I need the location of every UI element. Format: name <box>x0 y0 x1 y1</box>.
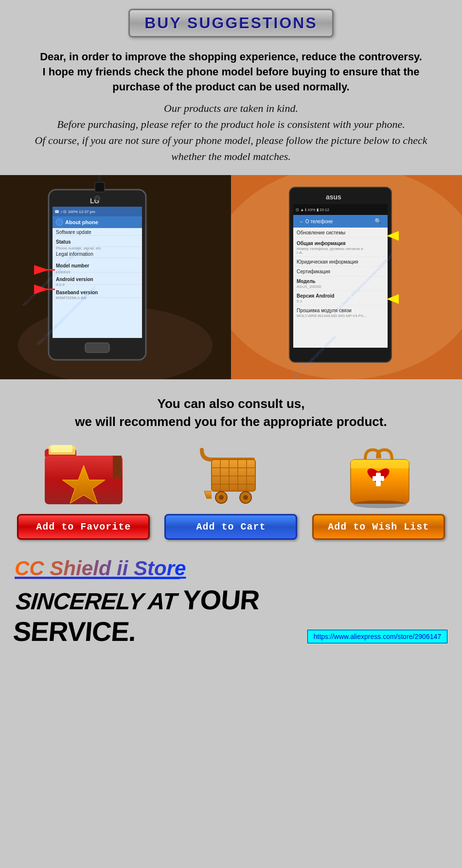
svg-text:ASUS_Z00SD: ASUS_Z00SD <box>297 284 321 289</box>
svg-text:Обновление системы: Обновление системы <box>297 230 345 235</box>
folder-icon <box>45 445 123 508</box>
svg-rect-27 <box>85 343 109 353</box>
intro-text-section: Dear, in order to improve the shopping e… <box>0 42 462 169</box>
intro-bold-text: Dear, in order to improve the shopping e… <box>19 50 443 94</box>
svg-text:Software update: Software update <box>56 230 91 235</box>
svg-text:🔍: 🔍 <box>374 217 382 225</box>
svg-text:Status: Status <box>56 239 71 245</box>
svg-text:Номер телефона, уровень сигнал: Номер телефона, уровень сигнала и <box>297 247 363 251</box>
svg-rect-76 <box>212 460 255 491</box>
svg-text:5.1: 5.1 <box>297 299 302 303</box>
svg-point-87 <box>243 495 248 500</box>
aliexpress-link[interactable]: https://www.aliexpress.com/store/2906147 <box>307 630 447 643</box>
svg-text:MOLY.WR8.W1449.MD.WG.MP.V4.P4.: MOLY.WR8.W1449.MD.WG.MP.V4.P4... <box>297 314 366 318</box>
svg-text:Модель: Модель <box>297 279 316 284</box>
phone-images-section: LG ☎ ♪ ⊡ 100% 12:37 pm About phone Softw… <box>0 175 462 379</box>
svg-text:Версия Android: Версия Android <box>297 293 335 299</box>
svg-rect-91 <box>373 476 384 481</box>
svg-point-85 <box>219 495 224 500</box>
cart-icon <box>192 445 270 508</box>
phone-right-image: asus ⊡ ▲ ℹ 43% ▮ 20:12 ← О телефоне 🔍 Об… <box>231 175 462 379</box>
svg-rect-32 <box>95 182 105 192</box>
svg-text:г-А.: г-А. <box>297 250 303 255</box>
svg-point-92 <box>353 500 407 508</box>
icons-section: Add to Favorite <box>0 435 462 545</box>
add-to-wishlist-button[interactable]: Add to Wish List <box>312 514 445 540</box>
buy-suggestions-badge: BUY SUGGESTIONS <box>128 9 334 37</box>
header-section: BUY SUGGESTIONS <box>0 0 462 42</box>
store-name: CC Shield ii Store <box>15 557 186 580</box>
cart-col: Add to Cart <box>164 445 297 540</box>
favorite-col: Add to Favorite <box>17 445 150 540</box>
consult-section: You can also consult us, we will recomme… <box>0 385 462 435</box>
svg-text:⊡ ▲ ℹ    43% ▮ 20:12: ⊡ ▲ ℹ 43% ▮ 20:12 <box>296 208 330 212</box>
svg-rect-89 <box>351 460 409 468</box>
svg-rect-72 <box>51 445 72 452</box>
svg-text:Общая информация: Общая информация <box>297 241 346 246</box>
svg-text:Android version: Android version <box>56 277 93 282</box>
footer-section: CC Shield ii Store Sincerely At YOUR SER… <box>0 545 462 655</box>
sincerely-text: Sincerely At YOUR SERVICE. <box>12 584 310 647</box>
page-wrapper: BUY SUGGESTIONS Dear, in order to improv… <box>0 0 462 655</box>
intro-normal-text: Our products are taken in kind. Before p… <box>19 100 443 164</box>
sincerely-row: Sincerely At YOUR SERVICE. https://www.a… <box>15 584 447 647</box>
svg-text:Прошивка модуля связи: Прошивка модуля связи <box>297 308 352 313</box>
phone-left-image: LG ☎ ♪ ⊡ 100% 12:37 pm About phone Softw… <box>0 175 231 379</box>
svg-text:About phone: About phone <box>65 219 98 225</box>
svg-text:← О телефоне: ← О телефоне <box>299 219 333 224</box>
svg-point-4 <box>95 196 100 201</box>
svg-text:☎ ♪ ⊡  100%  12:37 pm: ☎ ♪ ⊡ 100% 12:37 pm <box>54 210 95 214</box>
svg-point-9 <box>56 219 63 226</box>
bag-icon <box>339 445 417 508</box>
svg-text:Сертификация: Сертификация <box>297 269 330 274</box>
svg-text:asus: asus <box>326 193 341 201</box>
svg-text:4.0.3: 4.0.3 <box>56 283 65 287</box>
consult-text: You can also consult us, we will recomme… <box>19 395 443 430</box>
add-to-favorite-button[interactable]: Add to Favorite <box>17 514 150 540</box>
wishlist-col: Add to Wish List <box>312 445 445 540</box>
svg-text:Юридическая информация: Юридическая информация <box>297 259 358 265</box>
add-to-cart-button[interactable]: Add to Cart <box>164 514 297 540</box>
